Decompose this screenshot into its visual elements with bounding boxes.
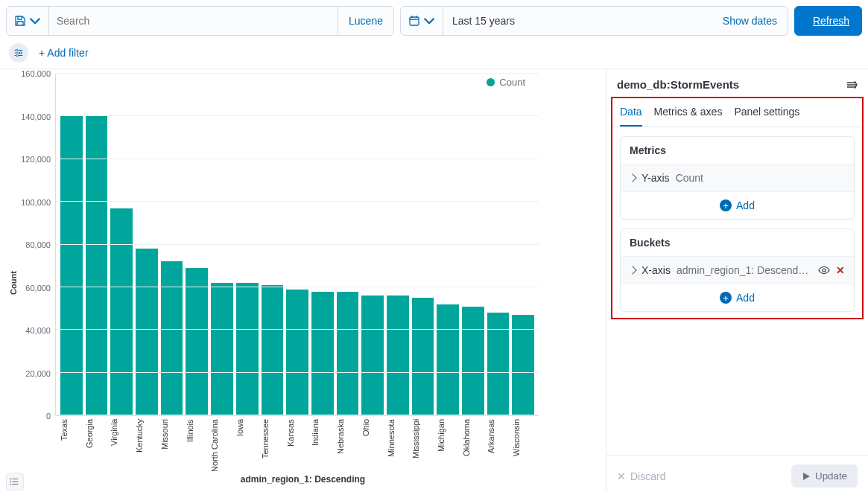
metric-row-yaxis[interactable]: Y-axis Count (621, 164, 854, 191)
gridline (56, 244, 539, 245)
bar[interactable] (487, 313, 510, 415)
bar[interactable] (86, 116, 108, 415)
legend-toggle-button[interactable] (6, 473, 24, 491)
collapse-panel-icon[interactable] (846, 79, 858, 91)
metric-row-value: Count (676, 172, 703, 184)
x-tick: Oklahoma (462, 419, 484, 476)
svg-point-7 (823, 269, 826, 272)
add-metric-label: Add (736, 199, 755, 211)
side-title: demo_db:StormEvents (617, 78, 739, 91)
add-bucket-button[interactable]: + Add (621, 284, 854, 311)
y-tick: 80,000 (7, 240, 51, 249)
plus-circle-icon: + (720, 199, 732, 211)
x-tick: Tennessee (261, 419, 283, 476)
bucket-row-value: admin_region_1: Descend… (677, 264, 812, 276)
x-tick: Minnesota (387, 419, 409, 476)
bar[interactable] (387, 295, 409, 415)
y-tick: 120,000 (7, 155, 51, 164)
chevron-right-icon (628, 173, 636, 182)
x-tick: Mississippi (411, 419, 434, 476)
bar[interactable] (136, 249, 158, 415)
gridline (56, 415, 539, 415)
x-tick: Wisconsin (512, 419, 534, 476)
chevron-right-icon (628, 266, 636, 274)
chevron-down-icon (423, 15, 435, 27)
bar[interactable] (236, 283, 259, 415)
discard-button[interactable]: ✕ Discard (617, 464, 665, 488)
discard-label: Discard (630, 470, 665, 482)
play-icon (802, 472, 811, 481)
y-tick: 0 (7, 412, 51, 421)
x-tick: Georgia (85, 419, 107, 476)
metrics-panel: Metrics Y-axis Count + Add (620, 136, 855, 220)
y-tick: 20,000 (7, 369, 51, 378)
filter-settings-button[interactable] (9, 43, 28, 63)
query-language-switch[interactable]: Lucene (338, 7, 393, 35)
tab-panel-settings[interactable]: Panel settings (734, 98, 799, 127)
date-quick-menu[interactable] (401, 7, 443, 35)
x-tick: Kansas (286, 419, 308, 476)
y-tick: 160,000 (7, 69, 51, 78)
search-input[interactable] (49, 15, 338, 27)
update-label: Update (815, 470, 847, 482)
svg-point-3 (16, 54, 19, 57)
y-tick: 100,000 (7, 198, 51, 207)
svg-point-1 (16, 49, 18, 51)
bar[interactable] (60, 116, 83, 415)
x-tick: Michigan (437, 419, 459, 476)
x-tick: Missouri (160, 419, 183, 476)
gridline (56, 372, 539, 373)
y-tick: 40,000 (7, 326, 51, 335)
tab-data[interactable]: Data (620, 98, 642, 127)
gridline (56, 329, 539, 330)
svg-point-2 (19, 52, 22, 54)
plus-circle-icon: + (720, 292, 732, 304)
bar[interactable] (262, 285, 284, 415)
x-tick: Illinois (186, 419, 208, 476)
chevron-down-icon (29, 15, 41, 27)
bar[interactable] (110, 208, 133, 415)
filter-settings-icon (13, 48, 24, 58)
data-config-box: Data Metrics & axes Panel settings Metri… (611, 97, 864, 319)
y-tick: 140,000 (7, 112, 51, 121)
metric-row-label: Y-axis (642, 172, 670, 184)
bucket-row-label: X-axis (642, 264, 671, 276)
bar[interactable] (437, 304, 459, 415)
update-button[interactable]: Update (791, 464, 858, 488)
refresh-button[interactable]: Refresh (794, 6, 862, 36)
eye-icon[interactable] (818, 264, 830, 276)
svg-rect-0 (410, 17, 419, 25)
x-tick: Indiana (311, 419, 333, 476)
bar[interactable] (286, 290, 308, 415)
svg-point-4 (10, 479, 11, 480)
refresh-label: Refresh (813, 15, 849, 27)
calendar-icon (408, 15, 420, 27)
plot-region (55, 74, 539, 416)
add-filter-link[interactable]: + Add filter (39, 47, 89, 59)
y-tick: 60,000 (7, 284, 51, 293)
remove-bucket-icon[interactable]: ✕ (836, 264, 845, 276)
y-axis: 020,00040,00060,00080,000100,000120,0001… (7, 74, 55, 416)
bar[interactable] (186, 268, 208, 415)
add-metric-button[interactable]: + Add (621, 191, 854, 219)
bar[interactable] (462, 307, 484, 415)
bar[interactable] (512, 315, 534, 415)
date-range-text[interactable]: Last 15 years (443, 7, 712, 35)
svg-point-5 (10, 481, 11, 482)
tab-metrics-axes[interactable]: Metrics & axes (654, 98, 723, 127)
x-tick: Texas (60, 419, 82, 476)
bar[interactable] (412, 298, 434, 415)
bar[interactable] (161, 261, 183, 415)
gridline (56, 159, 539, 159)
bar[interactable] (211, 283, 233, 415)
bar[interactable] (361, 295, 384, 415)
metrics-heading: Metrics (621, 137, 854, 164)
saved-query-menu[interactable] (7, 7, 49, 35)
x-tick: North Carolina (210, 419, 232, 476)
svg-point-6 (10, 484, 11, 485)
bucket-row-xaxis[interactable]: X-axis admin_region_1: Descend… ✕ (621, 256, 854, 284)
bar[interactable] (337, 292, 359, 415)
x-tick: Virginia (110, 419, 132, 476)
show-dates-link[interactable]: Show dates (712, 7, 788, 35)
bar[interactable] (311, 292, 334, 415)
